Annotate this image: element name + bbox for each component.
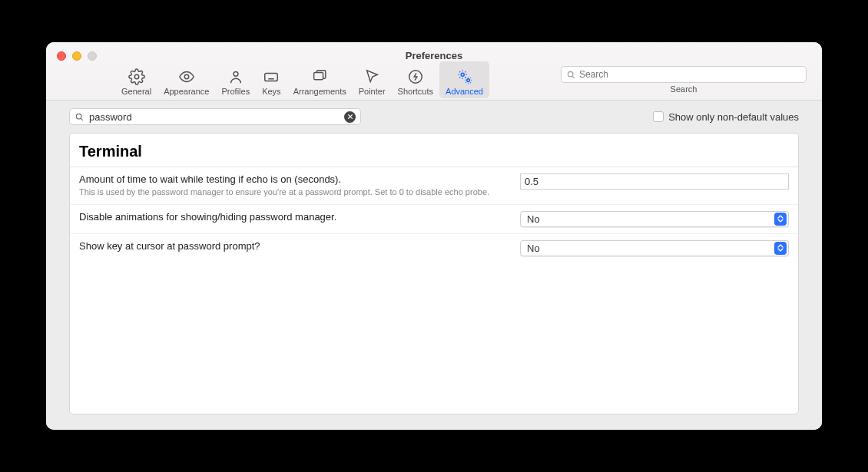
setting-label: Disable animations for showing/hiding pa… bbox=[79, 211, 505, 223]
toolbar-tabs: General Appearance Profiles bbox=[115, 61, 489, 98]
tab-label: Appearance bbox=[164, 87, 209, 96]
svg-rect-8 bbox=[314, 73, 323, 80]
filter-row: Show only non-default values bbox=[69, 108, 799, 125]
keyboard-icon bbox=[262, 68, 280, 85]
svg-point-2 bbox=[234, 71, 238, 76]
toolbar: General Appearance Profiles bbox=[46, 60, 822, 100]
svg-point-12 bbox=[568, 71, 573, 77]
setting-row-echo-timeout: Amount of time to wait while testing if … bbox=[70, 167, 798, 205]
setting-row-disable-animations: Disable animations for showing/hiding pa… bbox=[70, 205, 798, 234]
setting-label: Show key at cursor at password prompt? bbox=[79, 240, 505, 252]
setting-control: No bbox=[520, 240, 789, 256]
tab-label: Profiles bbox=[221, 87, 250, 96]
svg-point-11 bbox=[466, 79, 469, 82]
settings-panel: Terminal Amount of time to wait while te… bbox=[69, 133, 799, 414]
chevron-up-down-icon bbox=[774, 242, 787, 255]
show-key-select[interactable]: No bbox=[520, 240, 789, 256]
svg-point-14 bbox=[76, 114, 81, 119]
titlebar: Preferences General Appearance bbox=[46, 42, 822, 101]
filter-search-field[interactable] bbox=[69, 108, 361, 125]
tab-pointer[interactable]: Pointer bbox=[353, 61, 392, 98]
eye-icon bbox=[177, 68, 196, 85]
content-area: Show only non-default values Terminal Am… bbox=[46, 101, 822, 430]
svg-point-0 bbox=[134, 74, 139, 79]
tab-general[interactable]: General bbox=[115, 61, 157, 98]
person-icon bbox=[227, 68, 245, 85]
cursor-icon bbox=[363, 68, 381, 85]
checkbox-box[interactable] bbox=[653, 111, 664, 122]
tab-label: Pointer bbox=[359, 87, 386, 96]
svg-point-10 bbox=[461, 73, 464, 76]
tab-shortcuts[interactable]: Shortcuts bbox=[392, 61, 439, 98]
gears-icon bbox=[456, 68, 474, 85]
select-value: No bbox=[527, 213, 774, 225]
show-non-default-checkbox[interactable]: Show only non-default values bbox=[653, 111, 799, 123]
tab-keys[interactable]: Keys bbox=[256, 61, 287, 98]
tab-profiles[interactable]: Profiles bbox=[215, 61, 256, 98]
search-field[interactable] bbox=[561, 66, 807, 83]
bolt-icon bbox=[406, 68, 425, 85]
search-icon bbox=[75, 112, 84, 122]
tab-label: Shortcuts bbox=[398, 87, 433, 96]
svg-line-13 bbox=[572, 76, 575, 78]
select-value: No bbox=[527, 243, 774, 254]
clear-button[interactable] bbox=[344, 111, 356, 123]
setting-label: Amount of time to wait while testing if … bbox=[79, 173, 505, 198]
disable-animations-select[interactable]: No bbox=[520, 211, 789, 227]
tab-appearance[interactable]: Appearance bbox=[157, 61, 215, 98]
chevron-up-down-icon bbox=[774, 213, 787, 226]
section-header: Terminal bbox=[70, 134, 798, 167]
setting-control: No bbox=[520, 211, 789, 227]
tab-label: General bbox=[121, 87, 151, 96]
windows-icon bbox=[310, 68, 329, 85]
tab-label: Arrangements bbox=[293, 87, 346, 96]
tab-label: Advanced bbox=[446, 87, 483, 96]
setting-title: Disable animations for showing/hiding pa… bbox=[79, 211, 505, 223]
svg-point-1 bbox=[184, 74, 189, 79]
setting-description: This is used by the password manager to … bbox=[79, 186, 505, 198]
tab-label: Keys bbox=[262, 87, 280, 96]
preferences-window: Preferences General Appearance bbox=[46, 42, 822, 430]
checkbox-label: Show only non-default values bbox=[668, 111, 799, 123]
filter-search-input[interactable] bbox=[89, 111, 340, 123]
echo-timeout-input[interactable] bbox=[520, 173, 789, 190]
setting-title: Show key at cursor at password prompt? bbox=[79, 240, 505, 252]
search-label: Search bbox=[671, 84, 697, 94]
setting-control bbox=[520, 173, 789, 190]
search-icon bbox=[566, 70, 576, 80]
toolbar-search: Search bbox=[561, 66, 807, 94]
setting-row-show-key: Show key at cursor at password prompt? N… bbox=[70, 234, 798, 262]
search-input[interactable] bbox=[579, 69, 801, 80]
svg-rect-3 bbox=[265, 73, 278, 81]
close-icon bbox=[347, 114, 353, 120]
tab-advanced[interactable]: Advanced bbox=[439, 61, 489, 98]
gear-icon bbox=[128, 68, 146, 85]
svg-line-15 bbox=[81, 118, 83, 120]
tab-arrangements[interactable]: Arrangements bbox=[287, 61, 353, 98]
setting-title: Amount of time to wait while testing if … bbox=[79, 173, 505, 185]
